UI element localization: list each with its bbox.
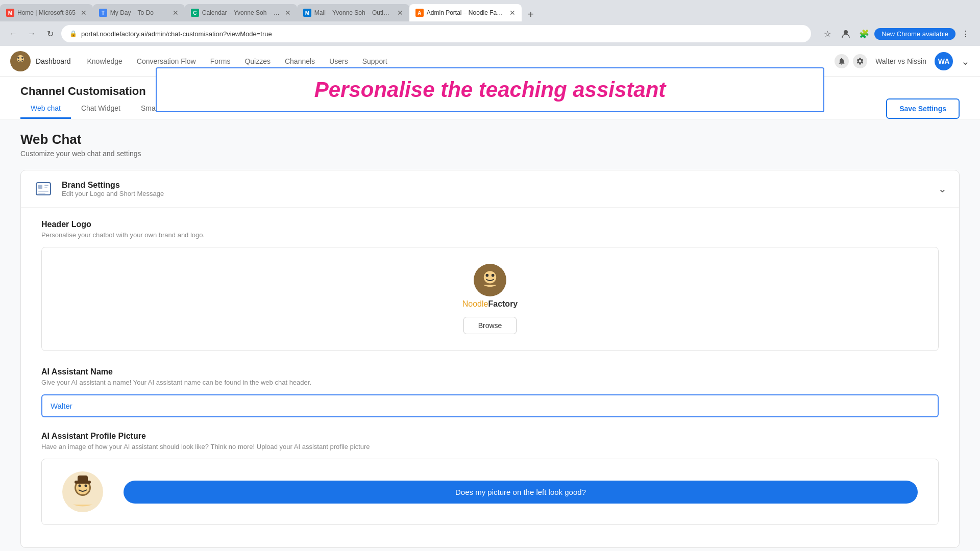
logo-upload-box: NoodleFactory Browse: [41, 247, 939, 351]
tab-title-admin: Admin Portal – Noodle Facto...: [427, 9, 504, 16]
brand-settings-header[interactable]: Brand Settings Edit your Logo and Short …: [21, 170, 959, 207]
svg-point-0: [844, 30, 848, 34]
profile-cta-button[interactable]: Does my picture on the left look good?: [124, 481, 918, 504]
header-logo-section: Header Logo Personalise your chatbot wit…: [41, 220, 939, 351]
svg-rect-8: [44, 187, 47, 188]
refresh-button[interactable]: ↻: [43, 27, 57, 41]
svg-point-14: [492, 274, 495, 277]
noodle-logo-avatar: [474, 264, 506, 296]
svg-rect-6: [38, 185, 42, 189]
tab-favicon-calendar: C: [191, 9, 199, 17]
brand-settings-icon: [33, 179, 54, 199]
user-avatar[interactable]: WA: [935, 52, 953, 70]
svg-point-19: [85, 485, 87, 487]
profile-preview-image: [62, 471, 103, 512]
tab-mail[interactable]: M Mail – Yvonne Soh – Outlook ✕: [297, 4, 409, 21]
ai-profile-desc: Have an image of how your AI assistant s…: [41, 443, 939, 450]
svg-rect-9: [38, 191, 48, 192]
dashboard-link[interactable]: Dashboard: [36, 57, 71, 65]
tab-close-admin[interactable]: ✕: [509, 9, 516, 17]
brand-settings-body: Header Logo Personalise your chatbot wit…: [21, 207, 959, 547]
brand-settings-card: Brand Settings Edit your Logo and Short …: [20, 170, 960, 548]
tab-microsoft365[interactable]: M Home | Microsoft 365 ✕: [0, 4, 93, 21]
nav-links: Knowledge Conversation Flow Forms Quizze…: [87, 57, 819, 65]
lock-icon: 🔒: [69, 30, 77, 37]
save-settings-button[interactable]: Save Settings: [886, 98, 960, 119]
tab-close-mail[interactable]: ✕: [397, 9, 403, 17]
forward-button[interactable]: →: [24, 27, 39, 41]
svg-point-18: [79, 485, 81, 487]
brand-settings-title: Brand Settings: [62, 181, 938, 190]
svg-point-3: [17, 57, 19, 59]
banner-text: Personalise the teaching assistant: [172, 78, 808, 102]
new-chrome-badge[interactable]: New Chrome available: [874, 28, 955, 40]
ai-assistant-name-section: AI Assistant Name Give your AI assistant…: [41, 367, 939, 417]
new-tab-button[interactable]: +: [524, 7, 538, 21]
tab-title-calendar: Calendar – Yvonne Soh – Out...: [202, 9, 280, 16]
svg-point-13: [486, 274, 489, 277]
nav-users[interactable]: Users: [329, 57, 348, 65]
svg-rect-21: [78, 475, 88, 483]
tab-favicon-mail: M: [303, 9, 311, 17]
nav-support[interactable]: Support: [362, 57, 387, 65]
ai-name-input[interactable]: [41, 394, 939, 417]
header-logo-desc: Personalise your chatbot with your own b…: [41, 231, 939, 239]
tab-chat-widget[interactable]: Chat Widget: [71, 98, 131, 119]
tab-calendar[interactable]: C Calendar – Yvonne Soh – Out... ✕: [185, 4, 297, 21]
ai-name-label: AI Assistant Name: [41, 367, 939, 377]
nav-conversation-flow[interactable]: Conversation Flow: [137, 57, 196, 65]
ai-profile-picture-section: AI Assistant Profile Picture Have an ima…: [41, 432, 939, 525]
tab-title-todo: My Day – To Do: [110, 9, 167, 16]
nav-right: Walter vs Nissin WA ⌄: [835, 52, 970, 70]
noodle-word: Noodle: [462, 299, 488, 308]
brand-settings-chevron-icon[interactable]: ⌄: [938, 183, 947, 195]
tab-close-m365[interactable]: ✕: [81, 9, 87, 17]
user-name-label: Walter vs Nissin: [875, 57, 926, 65]
extensions-icon[interactable]: 🧩: [856, 26, 872, 42]
nav-quizzes[interactable]: Quizzes: [244, 57, 271, 65]
tab-close-calendar[interactable]: ✕: [285, 9, 291, 17]
address-bar[interactable]: 🔒 portal.noodlefactory.ai/admin/chat-cus…: [61, 25, 811, 42]
nav-dropdown-chevron[interactable]: ⌄: [961, 55, 970, 67]
back-button[interactable]: ←: [6, 27, 20, 41]
svg-point-12: [484, 271, 496, 283]
banner-overlay: Personalise the teaching assistant: [156, 67, 824, 112]
brand-settings-text: Brand Settings Edit your Logo and Short …: [62, 181, 938, 197]
tab-todo[interactable]: T My Day – To Do ✕: [93, 4, 185, 21]
browse-button[interactable]: Browse: [463, 317, 517, 334]
ai-name-desc: Give your AI assistant a name! Your AI a…: [41, 379, 939, 386]
ai-profile-label: AI Assistant Profile Picture: [41, 432, 939, 441]
logo-area: Dashboard: [10, 51, 71, 71]
logo-avatar: [10, 51, 31, 71]
main-area: Web Chat Customize your web chat and set…: [0, 119, 980, 551]
page-subtitle: Customize your web chat and settings: [20, 149, 960, 158]
tab-favicon-m365: M: [6, 9, 14, 17]
profile-icon[interactable]: [838, 26, 854, 42]
noodle-logo: NoodleFactory: [462, 264, 518, 309]
factory-word: Factory: [488, 299, 518, 308]
menu-icon[interactable]: ⋮: [958, 26, 974, 42]
tab-title-m365: Home | Microsoft 365: [17, 9, 76, 16]
tab-web-chat[interactable]: Web chat: [20, 98, 71, 119]
nav-channels[interactable]: Channels: [285, 57, 315, 65]
settings-icon[interactable]: [853, 54, 867, 68]
header-logo-label: Header Logo: [41, 220, 939, 229]
svg-rect-10: [38, 193, 45, 194]
tab-favicon-admin: A: [415, 9, 424, 17]
noodle-logo-text: NoodleFactory: [462, 299, 518, 309]
tab-admin-portal[interactable]: A Admin Portal – Noodle Facto... ✕: [409, 4, 522, 21]
svg-point-4: [21, 57, 23, 59]
tab-favicon-todo: T: [99, 9, 107, 17]
brand-settings-subtitle: Edit your Logo and Short Message: [62, 190, 938, 197]
notification-icon[interactable]: [835, 54, 849, 68]
nav-forms[interactable]: Forms: [210, 57, 231, 65]
profile-preview-box: Does my picture on the left look good?: [41, 459, 939, 525]
bookmark-icon[interactable]: ☆: [819, 26, 836, 42]
tab-close-todo[interactable]: ✕: [173, 9, 179, 17]
tab-title-mail: Mail – Yvonne Soh – Outlook: [314, 9, 392, 16]
nav-knowledge[interactable]: Knowledge: [87, 57, 122, 65]
svg-rect-7: [44, 185, 48, 186]
address-text: portal.noodlefactory.ai/admin/chat-custo…: [81, 30, 803, 38]
page-title: Web Chat: [20, 132, 960, 147]
